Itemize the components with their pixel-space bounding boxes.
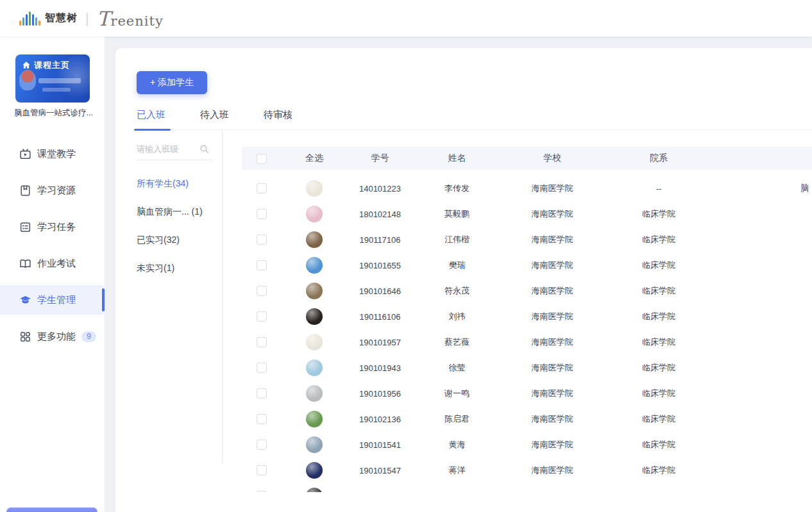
- row-school: 海南医学院: [500, 439, 604, 450]
- tab[interactable]: 已入班: [137, 109, 165, 129]
- row-student-id: 190101541: [346, 440, 414, 450]
- row-avatar-cell: [282, 180, 346, 197]
- sidebar-menu-item[interactable]: 课堂教学: [0, 139, 105, 169]
- row-student-id: 190101943: [346, 363, 414, 373]
- menu-badge: 9: [81, 331, 96, 342]
- row-checkbox[interactable]: [257, 414, 267, 424]
- row-student-id: 180102148: [346, 210, 414, 219]
- row-name: 莫毅鹏: [414, 208, 500, 220]
- class-filter-list: 所有学生(34) 脑血管病一... (1) 已实习(32) 未实习(1): [137, 178, 222, 274]
- avatar: [306, 231, 323, 248]
- row-name: 黄海: [414, 439, 500, 450]
- sidebar-menu-item[interactable]: 学生管理: [0, 285, 105, 315]
- row-checkbox-cell: [242, 235, 282, 245]
- row-school: 海南医学院: [500, 208, 604, 220]
- filter-item[interactable]: 已实习(32): [137, 235, 222, 246]
- row-checkbox[interactable]: [257, 337, 267, 347]
- row-name: 刘祎: [414, 311, 500, 322]
- table-row: 190101956 谢一鸣 海南医学院 临床学院: [242, 381, 812, 406]
- select-all-checkbox[interactable]: [257, 154, 267, 164]
- row-checkbox[interactable]: [257, 440, 267, 450]
- table-row: 190102136 陈启君 海南医学院 临床学院: [242, 406, 812, 432]
- row-student-id: 190116106: [346, 312, 414, 322]
- filter-item[interactable]: 所有学生(34): [137, 178, 222, 190]
- row-school: 海南医学院: [500, 311, 604, 322]
- row-class: 脑: [713, 183, 812, 194]
- row-checkbox[interactable]: [257, 491, 267, 492]
- row-checkbox-cell: [242, 183, 282, 194]
- book-icon: [19, 185, 31, 197]
- row-student-id: 190101646: [346, 286, 414, 296]
- filter-item[interactable]: 脑血管病一... (1): [137, 206, 222, 218]
- avatar: [306, 411, 323, 427]
- row-checkbox[interactable]: [257, 311, 267, 322]
- open-book-icon: [19, 258, 31, 270]
- row-school: 海南医学院: [500, 285, 604, 297]
- row-student-id: 190101957: [346, 338, 414, 347]
- row-checkbox[interactable]: [257, 388, 267, 399]
- table-row: 190116106 刘祎 海南医学院 临床学院: [242, 304, 812, 329]
- row-checkbox-cell: [242, 363, 282, 374]
- play-video-icon: [19, 148, 31, 160]
- filter-item[interactable]: 未实习(1): [137, 263, 222, 274]
- add-student-button[interactable]: + 添加学生: [137, 71, 207, 94]
- row-checkbox[interactable]: [257, 235, 267, 245]
- row-school: 海南医学院: [500, 362, 604, 374]
- row-avatar-cell: [282, 359, 346, 376]
- sidebar-menu-item-label: 学习资源: [37, 185, 76, 197]
- row-dept: 临床学院: [604, 413, 713, 425]
- sidebar-menu-item-label: 学习任务: [37, 221, 76, 233]
- row-dept: 临床学院: [604, 362, 713, 374]
- row-avatar-cell: [282, 206, 346, 222]
- brand-logo[interactable]: 智慧树 | Treenity: [19, 7, 164, 30]
- table-row: 190117106 江伟楷 海南医学院 临床学院: [242, 227, 812, 252]
- row-name: 蔡艺薇: [414, 336, 500, 348]
- course-card[interactable]: 课程主页: [15, 54, 90, 103]
- tab[interactable]: 待入班: [200, 109, 229, 129]
- avatar: [306, 180, 323, 197]
- home-icon: [22, 61, 31, 70]
- sidebar-menu-item[interactable]: 学习任务: [0, 212, 105, 242]
- row-dept: --: [604, 184, 713, 194]
- student-table: 全选 学号 姓名 学校 院系 140101223 李传发: [242, 130, 812, 492]
- row-checkbox[interactable]: [257, 183, 267, 194]
- avatar: [306, 436, 323, 453]
- header-dept: 院系: [604, 153, 713, 164]
- sidebar-menu-item[interactable]: 更多功能 9: [0, 322, 105, 351]
- content-area: 所有学生(34) 脑血管病一... (1) 已实习(32) 未实习(1) 全选 …: [137, 130, 812, 492]
- class-filter-panel: 所有学生(34) 脑血管病一... (1) 已实习(32) 未实习(1): [137, 130, 223, 464]
- class-search-input[interactable]: [137, 144, 199, 154]
- table-row: 140101223 李传发 海南医学院 -- 脑: [242, 176, 812, 201]
- row-checkbox-cell: [242, 311, 282, 322]
- row-checkbox[interactable]: [257, 465, 267, 475]
- sidebar-menu-item[interactable]: 作业考试: [0, 249, 105, 278]
- row-name: 陈启君: [414, 413, 500, 425]
- search-icon[interactable]: [199, 144, 209, 154]
- row-avatar-cell: [282, 462, 346, 479]
- student-management-panel: + 添加学生 已入班 待入班 待审核 所有学生(34): [115, 48, 812, 512]
- sidebar-menu-item[interactable]: 学习资源: [0, 176, 105, 205]
- class-search-box: [137, 144, 212, 160]
- row-dept: 临床学院: [604, 260, 713, 271]
- row-checkbox-cell: [242, 260, 282, 271]
- tab[interactable]: 待审核: [264, 109, 292, 129]
- row-school: 海南医学院: [500, 234, 604, 245]
- row-checkbox[interactable]: [257, 260, 267, 270]
- grid-icon: [19, 331, 31, 343]
- top-bar: 智慧树 | Treenity: [0, 0, 812, 37]
- floating-button[interactable]: [6, 508, 97, 512]
- row-checkbox[interactable]: [257, 363, 267, 373]
- sidebar-menu: 课堂教学 学习资源 学习任务 作业考试: [0, 139, 105, 358]
- row-school: 海南医学院: [500, 388, 604, 399]
- row-dept: 临床学院: [604, 208, 713, 220]
- brand-name-en: Treenity: [97, 7, 164, 30]
- row-dept: 临床学院: [604, 388, 713, 399]
- row-checkbox[interactable]: [257, 286, 267, 296]
- table-row: 190101655 樊瑞 海南医学院 临床学院: [242, 252, 812, 278]
- sidebar-menu-item-label: 更多功能: [37, 331, 76, 343]
- table-header: 全选 学号 姓名 学校 院系: [242, 147, 812, 170]
- row-name: 蒋洋: [414, 465, 500, 476]
- course-card-decoration: [42, 88, 71, 92]
- row-checkbox[interactable]: [257, 209, 267, 219]
- header-school: 学校: [500, 153, 604, 164]
